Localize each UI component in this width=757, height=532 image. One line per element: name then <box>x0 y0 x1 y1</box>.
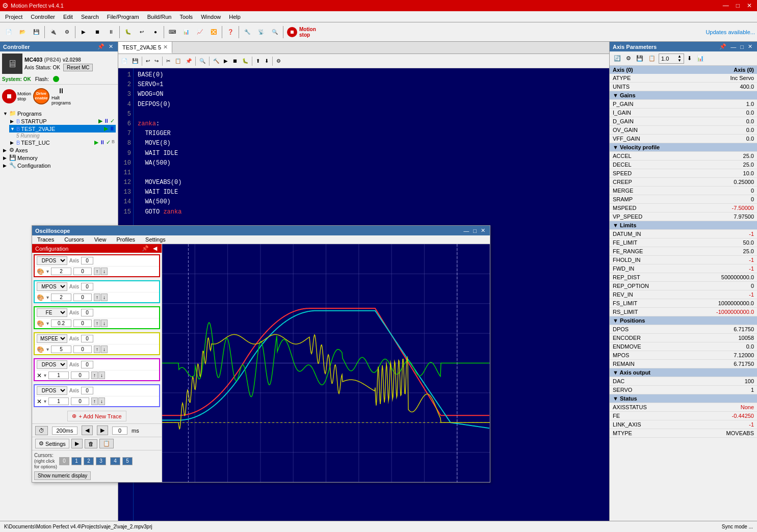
io-button[interactable]: 🔀 <box>207 24 220 40</box>
axis-panel-close[interactable]: ✕ <box>746 43 754 50</box>
trace-config-pin[interactable]: 📌 <box>140 245 150 252</box>
trace-4-down[interactable]: ↓ <box>101 345 108 353</box>
tab-test2vaje[interactable]: TEST_2VAJE 5 ✕ <box>118 42 172 54</box>
stop-button[interactable]: ⏹ <box>91 24 104 40</box>
trace-5-scale-input[interactable] <box>48 371 69 379</box>
trace-5-axis-input[interactable] <box>81 361 93 368</box>
breakpoint-button[interactable]: ● <box>149 24 162 40</box>
trace-4-axis-input[interactable] <box>81 335 93 342</box>
osc-time-input[interactable] <box>52 427 77 435</box>
osc-extra-btn3[interactable]: 📋 <box>99 439 114 448</box>
menu-file-program[interactable]: File/Program <box>103 13 143 21</box>
trace-2-axis-input[interactable] <box>81 283 93 290</box>
menu-build-run[interactable]: Build/Run <box>143 13 176 21</box>
save-button[interactable]: 💾 <box>30 24 43 40</box>
menu-project[interactable]: Project <box>1 13 27 21</box>
trace-6-axis-input[interactable] <box>81 387 93 394</box>
chart-button[interactable]: 📈 <box>193 24 206 40</box>
axis-tb-settings[interactable]: ⚙ <box>624 53 633 64</box>
etb-find[interactable]: 🔍 <box>197 56 207 67</box>
osc-menu-cursors[interactable]: Cursors <box>59 235 89 244</box>
trace-5-down[interactable]: ↓ <box>98 371 105 379</box>
trace-3-down[interactable]: ↓ <box>101 320 108 327</box>
maximize-button[interactable]: □ <box>733 1 743 11</box>
trace-1-scale-input[interactable] <box>51 268 71 275</box>
trace-3-offset-input[interactable] <box>73 320 92 327</box>
etb-new[interactable]: 📄 <box>119 56 129 67</box>
etb-upload[interactable]: ⬆ <box>254 56 262 67</box>
etb-run[interactable]: ▶ <box>222 56 230 67</box>
osc-close-button[interactable]: ✕ <box>479 227 487 234</box>
trace-2-type-select[interactable]: MPOS <box>37 282 67 291</box>
tree-axes[interactable]: ▶ ⚙ Axes <box>2 146 116 154</box>
axis-spin-down[interactable]: ▼ <box>677 59 682 63</box>
osc-menu-settings[interactable]: Settings <box>140 235 171 244</box>
run-button[interactable]: ▶ <box>77 24 90 40</box>
controller-button[interactable]: 🔌 <box>46 24 60 40</box>
etb-paste[interactable]: 📌 <box>184 56 194 67</box>
trace-2-offset-input[interactable] <box>73 294 92 301</box>
trace-6-down[interactable]: ↓ <box>98 397 105 405</box>
debug-button[interactable]: 🐛 <box>121 24 135 40</box>
osc-menu-profiles[interactable]: Profiles <box>111 235 140 244</box>
axis-panel-max[interactable]: □ <box>739 43 745 50</box>
menu-window[interactable]: Window <box>197 13 225 21</box>
add-trace-button[interactable]: ⊕ + Add New Trace <box>67 411 126 421</box>
close-button[interactable]: ✕ <box>744 1 755 11</box>
osc-extra-btn1[interactable]: ▶ <box>71 439 83 448</box>
tab-close-button[interactable]: ✕ <box>163 44 168 50</box>
axis-panel-pin[interactable]: 📌 <box>718 43 728 50</box>
axis-tb-download[interactable]: ⬇ <box>685 53 694 64</box>
menu-help[interactable]: Help <box>225 13 245 21</box>
trace-3-up[interactable]: ↑ <box>94 320 100 327</box>
tree-test2vaje[interactable]: ▼ B TEST_2VAJE ▶ ⏸ <box>9 125 116 132</box>
trace-3-icon-btn[interactable]: 🎨 <box>37 320 44 327</box>
show-numeric-button[interactable]: Show numeric display <box>34 471 91 480</box>
new-button[interactable]: 📄 <box>2 24 15 40</box>
osc-menu-traces[interactable]: Traces <box>32 235 59 244</box>
pause-button[interactable]: ⏸ <box>105 24 118 40</box>
trace-5-up[interactable]: ↑ <box>91 371 98 379</box>
etb-stop[interactable]: ⏹ <box>230 56 240 67</box>
trace-1-type-select[interactable]: DPOS <box>37 256 67 265</box>
osc-max-button[interactable]: □ <box>472 227 478 234</box>
trace-5-type-select[interactable]: DPOS <box>37 360 67 369</box>
tree-testluc[interactable]: ▶ B TEST_LUC ▶ ⏸ ✓ B <box>9 139 116 146</box>
axis-panel-min[interactable]: — <box>729 43 738 50</box>
step-button[interactable]: ↩ <box>135 24 148 40</box>
trace-6-scale-input[interactable] <box>48 397 69 405</box>
menu-tools[interactable]: Tools <box>175 13 197 21</box>
axis-tb-save[interactable]: 💾 <box>634 53 645 64</box>
cursor-4[interactable]: 4 <box>110 457 120 465</box>
trace-5-offset-input[interactable] <box>71 371 89 379</box>
osc-menu-view[interactable]: View <box>89 235 112 244</box>
drive-enable-button[interactable]: Drive enable <box>33 88 49 104</box>
osc-min-button[interactable]: — <box>462 227 471 234</box>
tree-programs[interactable]: ▼ 📁 Programs <box>2 110 116 117</box>
extra-2[interactable]: 📡 <box>254 24 268 40</box>
trace-4-type-select[interactable]: MSPEED <box>37 334 67 343</box>
open-button[interactable]: 📂 <box>16 24 29 40</box>
osc-arrow-left[interactable]: ◀ <box>82 425 93 435</box>
trace-5-icon-btn[interactable]: ✕ <box>37 372 42 379</box>
etb-debug[interactable]: 🐛 <box>240 56 250 67</box>
trace-4-icon-btn[interactable]: 🎨 <box>37 346 44 353</box>
minimize-button[interactable]: — <box>720 1 732 11</box>
trace-2-scale-input[interactable] <box>51 294 71 301</box>
trace-6-type-select[interactable]: DPOS <box>37 386 67 395</box>
cursor-0[interactable]: 0 <box>59 457 69 465</box>
cursor-3[interactable]: 3 <box>96 457 106 465</box>
trace-4-scale-input[interactable] <box>51 345 71 353</box>
trace-6-offset-input[interactable] <box>71 397 89 405</box>
panel-pin-button[interactable]: 📌 <box>96 43 106 50</box>
trace-6-up[interactable]: ↑ <box>91 397 98 405</box>
help-tb-button[interactable]: ❓ <box>224 24 237 40</box>
axis-tb-refresh[interactable]: 🔄 <box>612 53 623 64</box>
cursor-5[interactable]: 5 <box>122 457 133 465</box>
etb-cut[interactable]: ✂ <box>164 56 172 67</box>
axis-tb-extra[interactable]: 📊 <box>695 53 706 64</box>
etb-copy[interactable]: 📋 <box>173 56 183 67</box>
etb-undo[interactable]: ↩ <box>144 56 152 67</box>
cursor-2[interactable]: 2 <box>84 457 94 465</box>
etb-extra1[interactable]: ⚙ <box>274 56 283 67</box>
